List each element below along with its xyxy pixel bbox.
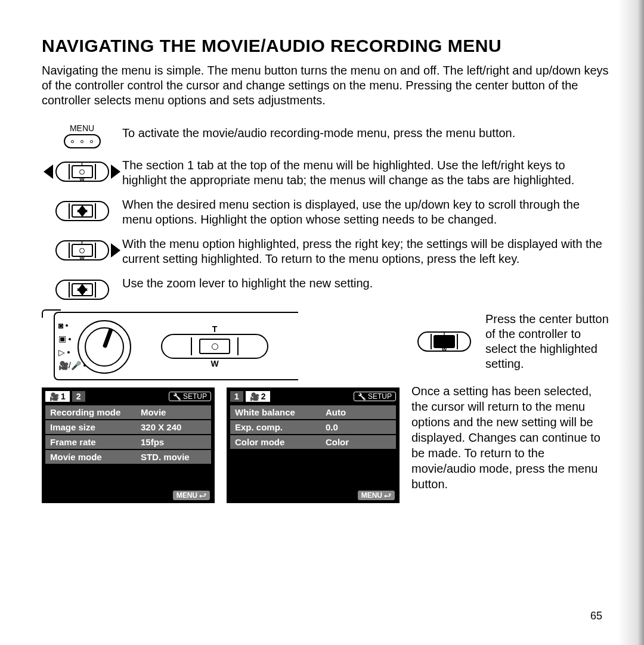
screen1-tab-inactive: 2 <box>72 391 85 402</box>
menu-row: Frame rate15fps <box>45 435 211 449</box>
screen2-tab-active: 2 <box>246 391 270 402</box>
controller-left-right-icon: T W <box>45 156 119 188</box>
mode-dial-icon <box>78 320 131 374</box>
step-2: T W The section 1 tab at the top of the … <box>42 154 611 188</box>
center-tip-text: Press the center button of the controlle… <box>485 312 611 371</box>
zoom-w-label: W <box>210 359 218 368</box>
step-3: When the desired menu section is display… <box>42 194 611 227</box>
screen2-setup-badge: SETUP <box>354 392 396 401</box>
controller-right-icon: T W <box>45 234 119 266</box>
zoom-lever-icon: T W <box>155 324 274 369</box>
menu-row: Recording modeMovie <box>45 405 211 419</box>
w-label-3: W <box>442 346 447 352</box>
wrench-icon-2 <box>358 392 366 401</box>
step-2-text: The section 1 tab at the top of the menu… <box>122 154 611 188</box>
final-paragraph: Once a setting has been selected, the cu… <box>411 383 611 492</box>
w-label-2: W <box>79 255 85 261</box>
zoom-t-label: T <box>212 324 218 334</box>
page-title: NAVIGATING THE MOVIE/AUDIO RECORDING MEN… <box>42 36 611 56</box>
intro-paragraph: Navigating the menu is simple. The menu … <box>42 63 611 108</box>
step-5: Use the zoom lever to highlight the new … <box>42 272 611 306</box>
menu-button-label: MENU <box>70 123 94 133</box>
menu-row-key: White balance <box>235 407 326 417</box>
menu-row-key: Exp. comp. <box>235 422 326 432</box>
camera-illustration-block: ◙ ▣ ▷ 🎥/🎤 T W 1 2 SETUP <box>42 312 400 503</box>
return-icon <box>199 491 206 500</box>
step-4-text: With the menu option highlighted, press … <box>122 233 611 266</box>
menu-button-icon <box>64 134 101 148</box>
screen1-tab-active: 1 <box>45 391 70 402</box>
return-icon-2 <box>384 491 391 500</box>
menu-row: Color modeColor <box>230 435 396 449</box>
movie-icon <box>49 392 59 401</box>
menu-row-value: 320 X 240 <box>141 422 206 432</box>
menu-row-value: 0.0 <box>326 422 391 432</box>
controller-up-down-icon <box>45 195 119 227</box>
menu-row-value: Auto <box>326 407 391 417</box>
camera-menu-screen-1: 1 2 SETUP Recording modeMovieImage size3… <box>42 387 215 503</box>
step-3-text: When the desired menu section is display… <box>122 194 611 227</box>
menu-row: Exp. comp.0.0 <box>230 420 396 434</box>
instruction-steps: MENU To activate the movie/audio recordi… <box>42 122 611 306</box>
screen1-rows: Recording modeMovieImage size320 X 240Fr… <box>42 405 215 464</box>
menu-row-value: 15fps <box>141 437 206 447</box>
menu-row-key: Frame rate <box>50 437 141 447</box>
menu-row: Movie modeSTD. movie <box>45 450 211 464</box>
w-label: W <box>79 176 85 182</box>
step-1: MENU To activate the movie/audio recordi… <box>42 122 611 148</box>
movie-icon-2 <box>250 392 259 401</box>
camera-top-view-icon: ◙ ▣ ▷ 🎥/🎤 T W <box>54 312 298 380</box>
camera-menu-screen-2: 1 2 SETUP White balanceAutoExp. comp.0.0… <box>227 387 400 503</box>
screen1-menu-badge: MENU <box>173 491 210 500</box>
screen2-menu-badge: MENU <box>358 491 395 500</box>
menu-row-key: Image size <box>50 422 141 432</box>
page-number: 65 <box>590 610 602 622</box>
step-1-text: To activate the movie/audio recording-mo… <box>122 122 611 141</box>
screen2-tab-inactive: 1 <box>230 391 243 402</box>
menu-row: White balanceAuto <box>230 405 396 419</box>
menu-row: Image size320 X 240 <box>45 420 211 434</box>
menu-row-value: STD. movie <box>141 452 206 462</box>
controller-center-press-icon: T W <box>411 325 477 358</box>
menu-row-key: Recording mode <box>50 407 141 417</box>
menu-row-value: Color <box>326 437 391 447</box>
screen1-setup-badge: SETUP <box>169 392 211 401</box>
step-4: T W With the menu option highlighted, pr… <box>42 233 611 266</box>
menu-row-key: Movie mode <box>50 452 141 462</box>
menu-row-value: Movie <box>141 407 206 417</box>
controller-zoom-icon <box>45 274 119 306</box>
center-button-tip: T W Press the center button of the contr… <box>411 312 611 371</box>
step-5-text: Use the zoom lever to highlight the new … <box>122 272 611 291</box>
wrench-icon <box>173 392 181 401</box>
screen2-rows: White balanceAutoExp. comp.0.0Color mode… <box>227 405 400 449</box>
menu-row-key: Color mode <box>235 437 326 447</box>
